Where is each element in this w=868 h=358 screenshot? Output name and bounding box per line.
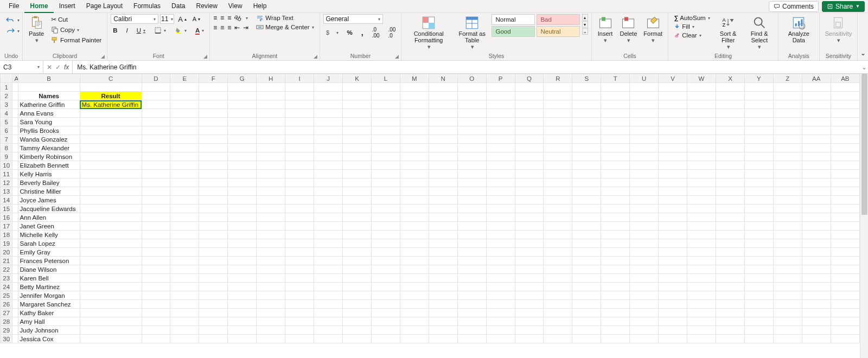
cell[interactable] [12, 196, 18, 204]
cell[interactable] [544, 161, 572, 170]
cell[interactable] [314, 274, 343, 283]
cell[interactable] [515, 291, 544, 300]
cell[interactable] [601, 257, 630, 265]
cell[interactable] [314, 248, 343, 257]
cell[interactable] [572, 326, 601, 335]
share-button[interactable]: Share ▼ [822, 1, 865, 12]
cell[interactable] [228, 152, 257, 161]
cell[interactable] [744, 187, 773, 196]
cell[interactable] [744, 291, 773, 300]
cell[interactable] [457, 100, 486, 109]
cell[interactable] [400, 178, 429, 187]
cell[interactable] [572, 213, 601, 222]
cell[interactable] [371, 239, 400, 248]
cell[interactable] [12, 135, 18, 144]
cell[interactable] [314, 126, 343, 135]
cell[interactable] [630, 291, 659, 300]
column-header[interactable]: A [12, 74, 18, 83]
cell[interactable] [170, 335, 199, 343]
font-color-button[interactable]: A▾ [193, 27, 206, 34]
cell[interactable] [572, 317, 601, 326]
cell[interactable] [659, 83, 687, 92]
cell[interactable] [285, 248, 314, 257]
row-header[interactable]: 8 [1, 144, 12, 152]
cell[interactable] [773, 317, 802, 326]
row-header[interactable]: 19 [1, 239, 12, 248]
cell[interactable] [429, 178, 457, 187]
column-header[interactable]: M [400, 74, 429, 83]
cell[interactable] [601, 213, 630, 222]
cell[interactable] [716, 300, 745, 309]
cell[interactable] [773, 144, 802, 152]
cell[interactable] [142, 213, 170, 222]
tab-formulas[interactable]: Formulas [128, 0, 166, 13]
cell[interactable] [343, 170, 372, 178]
cell[interactable] [429, 161, 457, 170]
cell[interactable] [457, 239, 486, 248]
cell[interactable] [687, 170, 716, 178]
formula-input[interactable]: Ms. Katherine Griffin [73, 61, 860, 73]
cell[interactable] [429, 126, 457, 135]
tab-view[interactable]: View [223, 0, 248, 13]
cell[interactable]: Phyllis Brooks [18, 126, 80, 135]
cell[interactable] [228, 144, 257, 152]
cell[interactable] [371, 257, 400, 265]
cell[interactable] [572, 100, 601, 109]
cell[interactable] [285, 309, 314, 317]
cell[interactable] [457, 283, 486, 291]
cell[interactable] [285, 213, 314, 222]
cell[interactable] [80, 231, 142, 239]
cell[interactable] [371, 265, 400, 274]
cell[interactable] [170, 161, 199, 170]
cell[interactable] [199, 239, 228, 248]
row-header[interactable]: 13 [1, 187, 12, 196]
cell[interactable] [802, 213, 831, 222]
cell[interactable] [515, 196, 544, 204]
cell[interactable] [687, 144, 716, 152]
cell[interactable] [457, 161, 486, 170]
row-header[interactable]: 6 [1, 126, 12, 135]
row-header[interactable]: 27 [1, 309, 12, 317]
cell[interactable] [12, 248, 18, 257]
cell[interactable] [12, 291, 18, 300]
tab-data[interactable]: Data [166, 0, 190, 13]
cell[interactable] [228, 265, 257, 274]
cell[interactable] [257, 326, 285, 335]
cell[interactable] [630, 144, 659, 152]
cell[interactable] [429, 83, 457, 92]
cell[interactable] [80, 144, 142, 152]
cell[interactable] [400, 204, 429, 213]
tab-review[interactable]: Review [190, 0, 222, 13]
cell[interactable] [343, 317, 372, 326]
font-size-select[interactable]: 11▾ [160, 14, 174, 24]
cell[interactable]: Janet Green [18, 222, 80, 231]
cell[interactable] [831, 126, 859, 135]
cell[interactable] [744, 152, 773, 161]
fx-icon[interactable]: fx [64, 63, 69, 71]
cell[interactable] [343, 231, 372, 239]
cell[interactable] [400, 92, 429, 100]
cell[interactable] [659, 231, 687, 239]
cell[interactable] [257, 126, 285, 135]
cell[interactable] [659, 300, 687, 309]
cell[interactable] [716, 239, 745, 248]
comments-button[interactable]: Comments [769, 1, 819, 12]
column-header[interactable]: X [716, 74, 745, 83]
cell[interactable] [659, 170, 687, 178]
cell[interactable] [802, 239, 831, 248]
cell[interactable] [257, 144, 285, 152]
cell[interactable] [257, 135, 285, 144]
cell[interactable] [744, 274, 773, 283]
cell[interactable] [285, 92, 314, 100]
cell[interactable] [601, 92, 630, 100]
cell[interactable] [716, 265, 745, 274]
cell[interactable] [170, 265, 199, 274]
cell[interactable] [429, 274, 457, 283]
cell[interactable] [744, 222, 773, 231]
cell[interactable] [257, 83, 285, 92]
cell[interactable] [744, 196, 773, 204]
cell[interactable] [429, 92, 457, 100]
cell[interactable] [429, 170, 457, 178]
cell[interactable] [802, 335, 831, 343]
cell[interactable] [831, 109, 859, 118]
